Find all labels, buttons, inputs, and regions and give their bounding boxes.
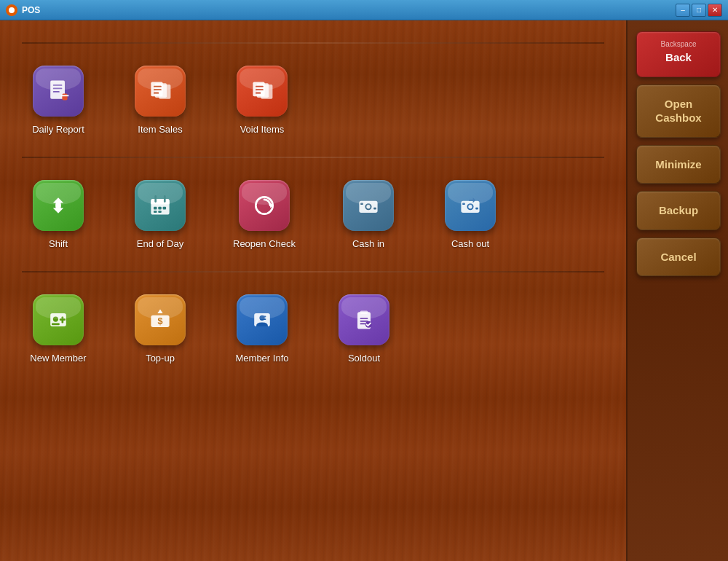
- svg-rect-40: [475, 208, 478, 210]
- reopen-icon: [251, 192, 277, 219]
- svg-rect-27: [154, 211, 157, 213]
- svg-rect-5: [62, 94, 67, 101]
- item-sales-label: Item Sales: [138, 124, 182, 135]
- member-info-label: Member Info: [236, 353, 289, 364]
- cash-in-item[interactable]: Cash in: [339, 180, 397, 249]
- svg-rect-9: [159, 85, 170, 99]
- cash-out-icon-btn[interactable]: [445, 180, 496, 231]
- back-sublabel: Backspace: [661, 39, 697, 49]
- svg-rect-10: [154, 86, 162, 87]
- svg-rect-20: [151, 199, 169, 204]
- new-member-icon-btn[interactable]: [33, 294, 84, 345]
- back-label: Back: [665, 50, 692, 65]
- svg-rect-35: [373, 208, 376, 210]
- svg-rect-45: [60, 318, 66, 321]
- calendar-icon: [147, 192, 173, 219]
- cashout-icon: [457, 192, 483, 219]
- top-up-label: Top-up: [146, 353, 175, 364]
- shift-label: Shift: [49, 238, 68, 249]
- reopen-check-icon-btn[interactable]: [239, 180, 290, 231]
- svg-point-33: [366, 205, 370, 208]
- content-area: Daily Report Item Sales: [0, 20, 626, 561]
- soldout-icon-btn[interactable]: [339, 294, 389, 345]
- app-title: POS: [22, 5, 671, 15]
- maximize-window-btn[interactable]: □: [692, 4, 706, 17]
- member-icon: [45, 307, 71, 333]
- row-reports: Daily Report Item Sales: [22, 51, 604, 149]
- daily-report-item[interactable]: Daily Report: [29, 66, 87, 135]
- new-member-label: New Member: [30, 353, 86, 364]
- svg-rect-11: [154, 89, 162, 90]
- svg-rect-25: [158, 207, 162, 210]
- cash-in-icon-btn[interactable]: [343, 180, 394, 231]
- minimize-button[interactable]: Minimize: [636, 145, 721, 184]
- divider-bot: [22, 271, 604, 272]
- cashin-icon: [355, 192, 381, 219]
- svg-rect-17: [256, 89, 264, 90]
- svg-rect-12: [154, 93, 159, 94]
- svg-rect-39: [462, 203, 465, 205]
- open-cashbox-button[interactable]: Open Cashbox: [636, 85, 721, 138]
- void-icon: [249, 78, 275, 104]
- svg-rect-4: [53, 91, 60, 93]
- member-info-item[interactable]: Member Info: [233, 294, 291, 364]
- cancel-button[interactable]: Cancel: [636, 238, 721, 277]
- cash-out-item[interactable]: Cash out: [441, 180, 499, 249]
- top-up-item[interactable]: $ Top-up: [131, 294, 189, 364]
- svg-rect-3: [53, 88, 63, 90]
- back-button[interactable]: Backspace Back: [636, 31, 721, 77]
- shift-icon-btn[interactable]: [33, 180, 84, 231]
- daily-report-icon-btn[interactable]: [33, 66, 84, 117]
- end-of-day-icon-btn[interactable]: [135, 180, 186, 231]
- shift-icon: [45, 192, 71, 219]
- cash-out-label: Cash out: [451, 238, 489, 249]
- window-controls: – □ ✕: [676, 4, 722, 17]
- minimize-window-btn[interactable]: –: [676, 4, 690, 17]
- main-layout: Daily Report Item Sales: [0, 20, 728, 561]
- divider-top: [22, 42, 604, 44]
- shift-item[interactable]: Shift: [29, 180, 87, 249]
- void-items-icon-btn[interactable]: [237, 66, 288, 117]
- new-member-item[interactable]: New Member: [29, 294, 87, 364]
- top-up-icon-btn[interactable]: $: [135, 294, 186, 345]
- reopen-check-item[interactable]: Reopen Check: [233, 180, 296, 249]
- svg-rect-43: [52, 323, 60, 326]
- soldout-label: Soldout: [348, 353, 380, 364]
- void-items-item[interactable]: Void Items: [233, 66, 291, 135]
- divider-mid: [22, 157, 604, 158]
- reopen-check-label: Reopen Check: [233, 238, 296, 249]
- svg-text:$: $: [157, 316, 162, 326]
- soldout-item[interactable]: Soldout: [335, 294, 393, 364]
- report-icon: [45, 78, 71, 104]
- svg-rect-24: [154, 207, 157, 210]
- soldout-icon: [351, 307, 377, 333]
- svg-rect-50: [262, 316, 266, 318]
- backup-button[interactable]: Backup: [636, 191, 721, 230]
- daily-report-label: Daily Report: [32, 124, 84, 135]
- member-info-icon-btn[interactable]: [237, 294, 288, 345]
- row-operations: Shift: [22, 165, 604, 264]
- titlebar: POS – □ ✕: [0, 0, 728, 20]
- svg-rect-15: [261, 85, 272, 99]
- svg-rect-34: [360, 203, 363, 205]
- svg-point-38: [468, 205, 472, 208]
- svg-rect-2: [53, 85, 63, 86]
- void-items-label: Void Items: [240, 124, 285, 135]
- end-of-day-item[interactable]: End of Day: [131, 180, 189, 249]
- svg-rect-18: [256, 93, 261, 94]
- svg-rect-16: [256, 86, 264, 87]
- item-sales-item[interactable]: Item Sales: [131, 66, 189, 135]
- cash-in-label: Cash in: [352, 238, 384, 249]
- row-members: New Member $ Top-up: [22, 280, 604, 378]
- sales-icon: [147, 78, 173, 104]
- svg-rect-21: [151, 202, 169, 205]
- svg-point-0: [9, 7, 15, 13]
- right-sidebar: Backspace Back Open Cashbox Minimize Bac…: [626, 20, 728, 561]
- close-window-btn[interactable]: ✕: [708, 4, 722, 17]
- item-sales-icon-btn[interactable]: [135, 66, 186, 117]
- svg-rect-26: [163, 207, 167, 210]
- svg-rect-6: [61, 95, 69, 96]
- svg-rect-51: [261, 318, 266, 320]
- memberinfo-icon: [249, 307, 275, 333]
- topup-icon: $: [147, 307, 173, 333]
